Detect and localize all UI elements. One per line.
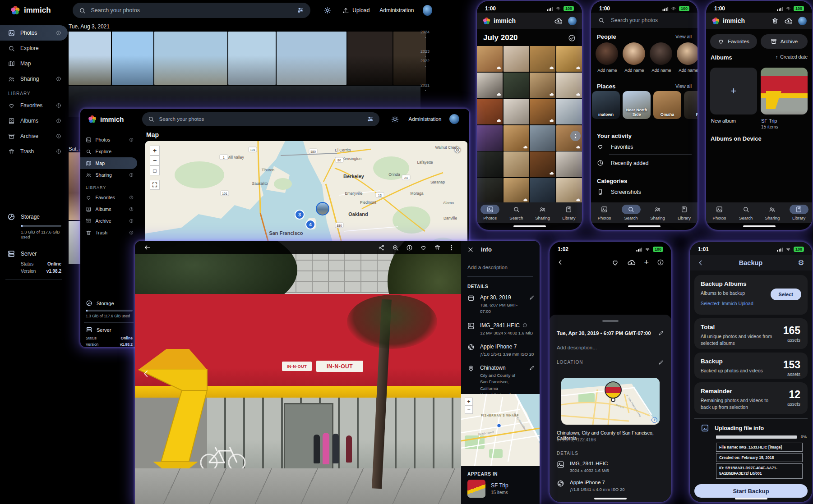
photo-thumbnail[interactable] (504, 99, 529, 124)
place-tile[interactable]: inatown (592, 91, 620, 119)
nav-tab-photos[interactable]: Photos (593, 205, 616, 220)
edit-date-icon[interactable] (658, 330, 664, 336)
theme-toggle-icon[interactable] (324, 6, 331, 14)
map-photo-marker[interactable] (605, 381, 622, 399)
favorite-icon[interactable] (420, 244, 427, 251)
info-circle-icon[interactable] (129, 230, 134, 235)
person-item[interactable]: Add name (623, 42, 646, 77)
home-indicator[interactable] (628, 225, 661, 227)
info-icon[interactable] (657, 259, 664, 266)
filter-icon[interactable] (367, 116, 374, 123)
info-circle-icon[interactable] (129, 137, 134, 142)
back-icon[interactable] (557, 259, 564, 266)
photo-thumbnail[interactable] (556, 178, 582, 203)
view-all-link[interactable]: View all (675, 34, 692, 39)
photo-strip[interactable] (69, 152, 81, 220)
home-indicator[interactable] (735, 498, 767, 499)
scrubber-year-label[interactable]: 2023 (420, 49, 430, 54)
sidebar-item-sharing[interactable]: Sharing (80, 169, 137, 181)
sidebar-item-explore[interactable]: Explore (0, 41, 68, 56)
favorite-icon[interactable] (611, 259, 619, 266)
nav-tab-sharing[interactable]: Sharing (761, 205, 784, 220)
description-input[interactable]: Add a description (461, 253, 540, 270)
nav-tab-sharing[interactable]: Sharing (531, 205, 554, 220)
place-tile[interactable]: Omaha (653, 91, 681, 119)
info-circle-icon[interactable] (56, 30, 61, 36)
nav-tab-search[interactable]: Search (504, 205, 528, 220)
photo-thumbnail[interactable] (530, 178, 555, 203)
scrubber-year-label[interactable]: 2024 (420, 30, 430, 34)
photo-thumbnail[interactable] (347, 32, 393, 85)
immich-logo[interactable]: immich (10, 5, 51, 16)
sidebar-item-map[interactable]: Map (0, 56, 68, 71)
user-avatar[interactable] (798, 17, 807, 25)
photo-thumbnail[interactable] (530, 125, 555, 151)
trash-icon[interactable] (771, 17, 779, 24)
upload-button[interactable]: Upload (342, 7, 370, 14)
edit-location-icon[interactable] (658, 359, 664, 365)
user-avatar[interactable] (568, 17, 577, 25)
add-name-label[interactable]: Add name (596, 68, 619, 73)
edit-date-icon[interactable] (529, 294, 535, 300)
share-icon[interactable] (378, 244, 385, 251)
scrubber-year-label[interactable]: 2021 (420, 83, 430, 87)
location-map[interactable]: FISHERMAN'S WHARF Beach Street The Embar… (461, 394, 540, 466)
nav-tab-photos[interactable]: Photos (478, 205, 502, 220)
search-input[interactable]: Search your photos (142, 112, 379, 126)
zoom-in-button[interactable]: + (465, 398, 473, 406)
map-attribution-icon[interactable]: i (651, 417, 657, 423)
favorites-row[interactable]: Favorites (597, 143, 633, 150)
photo-strip[interactable] (69, 221, 81, 264)
recently-added-row[interactable]: Recently added (597, 160, 648, 166)
filter-icon[interactable] (297, 7, 304, 14)
nav-tab-library[interactable]: Library (673, 205, 696, 220)
new-album-tile[interactable]: + (710, 68, 757, 115)
nav-tab-search[interactable]: Search (734, 205, 758, 220)
sidebar-item-explore[interactable]: Explore (80, 146, 137, 157)
view-all-link[interactable]: View all (675, 83, 692, 89)
sidebar-item-albums[interactable]: Albums (80, 203, 137, 215)
home-indicator[interactable] (594, 498, 627, 499)
photo-thumbnail[interactable] (277, 32, 346, 85)
back-icon[interactable] (697, 259, 704, 266)
place-tile[interactable]: Pi (684, 91, 698, 119)
sidebar-item-archive[interactable]: Archive (0, 128, 68, 144)
archive-button[interactable]: Archive (761, 34, 808, 49)
nav-tab-library[interactable]: Library (557, 205, 581, 220)
photo-thumbnail[interactable] (504, 46, 529, 72)
photo-thumbnail[interactable] (504, 178, 529, 203)
edit-location-icon[interactable] (529, 365, 535, 371)
person-item[interactable]: Add name (596, 42, 619, 77)
file-info-icon[interactable] (522, 323, 527, 328)
sidebar-item-sharing[interactable]: Sharing (0, 71, 68, 87)
select-button[interactable]: Select (771, 289, 801, 300)
immich-logo[interactable]: immich (88, 115, 124, 124)
sidebar-item-photos[interactable]: Photos (80, 134, 137, 146)
photo-thumbnail[interactable] (556, 99, 582, 124)
administration-link[interactable]: Administration (409, 116, 442, 122)
photo-thumbnail[interactable] (504, 125, 529, 151)
map-settings-icon[interactable]: ⚙ (453, 146, 462, 155)
info-circle-icon[interactable] (56, 118, 61, 124)
location-map[interactable]: d - San Francisco Ferry The Em i (561, 378, 660, 425)
photo-thumbnail[interactable] (556, 46, 582, 72)
theme-toggle-icon[interactable] (391, 115, 399, 123)
sidebar-item-favorites[interactable]: Favorites (0, 98, 68, 113)
sidebar-item-photos[interactable]: Photos (0, 25, 68, 41)
scrubber-year-label[interactable]: 2022 (420, 59, 430, 63)
photo-thumbnail[interactable] (556, 73, 582, 98)
search-input[interactable]: Search your photos (591, 13, 698, 28)
user-avatar[interactable] (449, 114, 459, 124)
user-avatar[interactable] (423, 5, 432, 16)
add-icon[interactable]: + (644, 258, 649, 267)
sidebar-item-archive[interactable]: Archive (80, 215, 137, 227)
person-item[interactable]: Add name (677, 42, 698, 77)
back-icon[interactable] (144, 244, 151, 251)
map-cluster-marker[interactable]: 3 (295, 210, 305, 220)
photo-thumbnail[interactable] (556, 151, 582, 177)
select-all-icon[interactable] (568, 34, 576, 42)
nav-tab-photos[interactable]: Photos (707, 205, 731, 220)
close-icon[interactable] (467, 247, 474, 253)
photo-thumbnail[interactable] (228, 32, 276, 85)
sidebar-item-albums[interactable]: Albums (0, 113, 68, 128)
